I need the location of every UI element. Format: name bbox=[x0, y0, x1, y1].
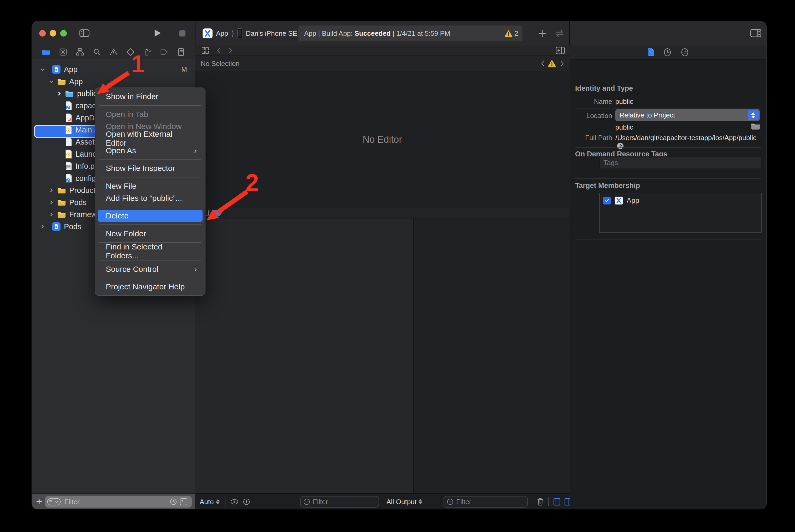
source-control-filter-icon[interactable] bbox=[180, 498, 187, 506]
find-navigator-icon[interactable] bbox=[93, 48, 101, 56]
report-navigator-icon[interactable] bbox=[177, 48, 185, 56]
tree-row-app-folder[interactable]: App bbox=[32, 75, 195, 88]
project-navigator-icon[interactable] bbox=[42, 49, 50, 56]
swift-file-icon bbox=[65, 113, 72, 122]
filter-icon bbox=[447, 498, 454, 505]
location-dropdown[interactable]: Relative to Project bbox=[615, 109, 760, 121]
tags-input[interactable]: Tags bbox=[599, 156, 762, 169]
warning-count: 2 bbox=[514, 30, 518, 37]
jump-arrow-icon[interactable] bbox=[617, 142, 624, 149]
minimize-button[interactable] bbox=[50, 30, 56, 37]
run-button[interactable] bbox=[153, 28, 162, 38]
close-button[interactable] bbox=[39, 30, 46, 37]
inspector-toggle-icon[interactable] bbox=[750, 28, 762, 38]
stop-button[interactable] bbox=[178, 29, 186, 38]
menu-item-open-with-external-editor[interactable]: Open with External Editor bbox=[98, 132, 202, 145]
membership-header: Target Membership bbox=[575, 182, 640, 190]
symbol-navigator-icon[interactable] bbox=[76, 48, 84, 56]
issue-navigator-icon[interactable] bbox=[110, 48, 118, 56]
hide-variables-pane-icon[interactable] bbox=[553, 498, 561, 506]
menu-separator bbox=[100, 177, 201, 177]
divider bbox=[575, 178, 761, 179]
menu-item-source-control[interactable]: Source Control› bbox=[98, 263, 202, 275]
activity-view[interactable]: App | Build App: Succeeded | 1/4/21 at 5… bbox=[298, 25, 522, 41]
menu-item-new-file[interactable]: New File bbox=[98, 180, 202, 192]
project-icon bbox=[52, 65, 61, 74]
menu-item-show-in-finder[interactable]: Show in Finder bbox=[98, 90, 202, 102]
filter-placeholder: Filter bbox=[456, 498, 471, 506]
console-output-dropdown[interactable]: All Output bbox=[386, 498, 422, 506]
back-chevron-icon bbox=[216, 47, 222, 54]
scheme-selector[interactable]: App ⟩ Dan's iPhone SE bbox=[202, 27, 297, 40]
jump-bar[interactable]: No Selection bbox=[195, 55, 570, 72]
menu-item-open-in-tab: Open in Tab bbox=[98, 108, 202, 120]
issue-back-icon[interactable] bbox=[540, 60, 545, 67]
tree-row-app-project[interactable]: App M bbox=[32, 63, 195, 75]
checkbox-checked-icon[interactable] bbox=[603, 196, 611, 205]
location-label: Location bbox=[570, 112, 612, 120]
config-file-icon bbox=[65, 101, 72, 110]
help-inspector-tab-icon[interactable]: ? bbox=[681, 48, 689, 57]
trash-icon[interactable] bbox=[537, 498, 544, 506]
breakpoint-navigator-icon[interactable] bbox=[160, 49, 168, 55]
info-icon[interactable] bbox=[243, 498, 250, 506]
target-membership-row[interactable]: App bbox=[603, 196, 761, 205]
console-filter-field[interactable]: Filter bbox=[444, 496, 528, 508]
history-inspector-tab-icon[interactable] bbox=[663, 48, 672, 57]
recent-files-icon[interactable] bbox=[170, 498, 177, 506]
navigator-filter-field[interactable]: Filter bbox=[45, 496, 192, 508]
zoom-button[interactable] bbox=[60, 30, 67, 37]
quicklook-eye-icon[interactable] bbox=[230, 499, 239, 505]
menu-item-open-as[interactable]: Open As› bbox=[98, 145, 202, 157]
menu-item-add-files[interactable]: Add Files to “public”... bbox=[98, 192, 202, 204]
chevron-down-icon[interactable] bbox=[39, 66, 46, 72]
console-view[interactable] bbox=[413, 218, 570, 493]
forward-chevron-icon bbox=[228, 47, 233, 54]
inspector-tab-bar: ? bbox=[570, 45, 766, 60]
file-inspector-tab-icon[interactable] bbox=[647, 48, 654, 57]
menu-item-show-file-inspector[interactable]: Show File Inspector bbox=[98, 162, 202, 174]
plist-file-icon bbox=[65, 162, 72, 171]
filter-icon bbox=[47, 498, 61, 506]
chevron-right-icon[interactable] bbox=[39, 224, 46, 229]
source-control-navigator-icon[interactable] bbox=[59, 48, 67, 56]
tab-bar-divider bbox=[552, 47, 553, 54]
svg-text:?: ? bbox=[684, 50, 686, 55]
debug-bar bbox=[195, 208, 570, 218]
jump-bar-warning-icon[interactable] bbox=[548, 60, 556, 67]
storyboard-file-icon bbox=[65, 126, 72, 134]
folder-icon bbox=[57, 187, 66, 194]
filter-icon bbox=[303, 498, 310, 505]
chevron-right-icon[interactable] bbox=[48, 200, 55, 205]
xcode-project-icon bbox=[202, 28, 213, 39]
menu-item-new-folder[interactable]: New Folder bbox=[98, 228, 202, 240]
variables-filter-field[interactable]: Filter bbox=[300, 496, 379, 508]
related-items-icon[interactable] bbox=[201, 46, 209, 54]
variables-scope-dropdown[interactable]: Auto bbox=[200, 498, 220, 506]
menu-item-delete[interactable]: Delete bbox=[98, 210, 202, 222]
chevron-down-icon[interactable] bbox=[48, 79, 55, 84]
device-name: Dan's iPhone SE bbox=[246, 30, 297, 38]
name-value[interactable]: public bbox=[615, 97, 633, 106]
menu-item-project-navigator-help[interactable]: Project Navigator Help bbox=[98, 281, 202, 293]
chevron-right-icon[interactable] bbox=[56, 91, 63, 96]
step-1-label: 1 bbox=[131, 50, 145, 78]
submenu-chevron-icon: › bbox=[194, 146, 197, 155]
folder-browse-icon[interactable] bbox=[751, 122, 760, 130]
chevron-right-icon[interactable] bbox=[48, 212, 55, 217]
warning-badge[interactable]: 2 bbox=[505, 30, 518, 37]
source-control-badge: M bbox=[181, 65, 187, 74]
sidebar-toggle-icon[interactable] bbox=[79, 28, 90, 38]
folder-icon bbox=[57, 78, 66, 85]
target-name: App bbox=[627, 196, 639, 205]
config-file-icon bbox=[65, 174, 72, 183]
library-add-icon[interactable] bbox=[538, 28, 547, 38]
add-editor-icon[interactable] bbox=[556, 46, 565, 54]
menu-separator bbox=[100, 105, 201, 106]
issue-forward-icon[interactable] bbox=[560, 60, 564, 67]
identity-header: Identity and Type bbox=[575, 84, 633, 93]
variables-view[interactable] bbox=[195, 218, 413, 493]
chevron-right-icon[interactable] bbox=[48, 187, 55, 193]
breakpoints-flag-icon[interactable] bbox=[214, 210, 222, 216]
menu-item-find-in-selected-folders[interactable]: Find in Selected Folders... bbox=[98, 245, 202, 257]
